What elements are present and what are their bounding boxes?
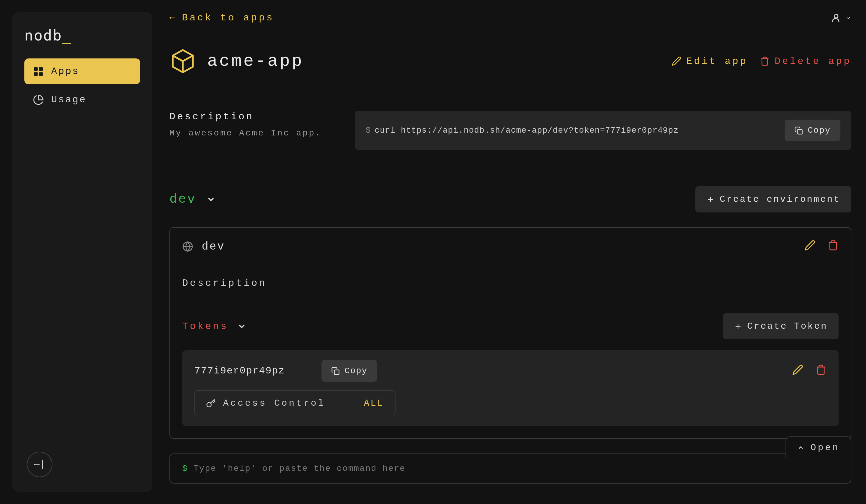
sidebar-item-usage[interactable]: Usage	[24, 87, 140, 113]
back-label: Back to apps	[182, 12, 274, 23]
env-description-label: Description	[182, 277, 839, 289]
edit-app-label: Edit app	[686, 56, 748, 67]
main-content: ← Back to apps acme-app Edit app De	[152, 0, 866, 504]
app-header: acme-app Edit app Delete app	[169, 48, 851, 75]
env-card-header: dev	[182, 240, 839, 253]
svg-rect-12	[334, 370, 339, 374]
svg-rect-3	[39, 72, 43, 76]
user-icon	[831, 12, 842, 23]
tokens-row: Tokens Create Token	[182, 313, 839, 339]
svg-rect-1	[39, 67, 43, 71]
cube-icon	[169, 48, 196, 75]
environment-row: dev Create environment	[169, 186, 851, 213]
delete-token-button[interactable]	[815, 364, 826, 378]
chevron-down-icon	[845, 15, 851, 21]
pencil-icon	[792, 364, 803, 375]
svg-point-4	[834, 14, 838, 18]
token-card: 777i9er0pr49pz Copy	[182, 350, 839, 426]
delete-env-button[interactable]	[828, 240, 839, 253]
description-text: My awesome Acme Inc app.	[169, 128, 340, 138]
user-menu[interactable]	[831, 12, 851, 23]
collapse-icon: ←|	[34, 459, 45, 470]
delete-app-label: Delete app	[775, 56, 851, 67]
environment-card: dev Description Tokens	[169, 227, 851, 439]
svg-rect-5	[797, 129, 802, 134]
curl-box: $curl https://api.nodb.sh/acme-app/dev?t…	[355, 111, 851, 150]
access-control-label: Access Control	[223, 398, 325, 409]
globe-icon	[182, 241, 193, 252]
back-to-apps-link[interactable]: ← Back to apps	[169, 12, 274, 23]
logo-text: nodb	[24, 27, 62, 44]
grid-icon	[33, 66, 44, 77]
trash-icon	[828, 240, 839, 251]
key-icon	[206, 398, 216, 408]
create-token-label: Create Token	[747, 321, 828, 331]
svg-rect-2	[34, 72, 38, 76]
edit-env-button[interactable]	[804, 240, 815, 253]
terminal-input-row: $	[170, 454, 851, 483]
terminal-input[interactable]	[193, 464, 839, 473]
copy-curl-button[interactable]: Copy	[785, 119, 841, 141]
app-actions: Edit app Delete app	[671, 56, 851, 67]
tokens-toggle[interactable]: Tokens	[182, 321, 246, 332]
sidebar-item-apps[interactable]: Apps	[24, 58, 140, 84]
curl-command: $curl https://api.nodb.sh/acme-app/dev?t…	[366, 126, 679, 135]
terminal: Open $	[169, 454, 851, 484]
description-block: Description My awesome Acme Inc app.	[169, 111, 340, 138]
pencil-icon	[804, 240, 815, 251]
copy-icon	[331, 367, 340, 375]
token-left: 777i9er0pr49pz Copy	[195, 360, 377, 382]
copy-token-button[interactable]: Copy	[321, 360, 377, 382]
env-name-text: dev	[202, 240, 225, 253]
env-actions	[804, 240, 839, 253]
tokens-label-text: Tokens	[182, 321, 228, 332]
arrow-left-icon: ←	[169, 12, 177, 23]
create-env-label: Create environment	[720, 194, 841, 205]
plus-icon	[734, 322, 742, 331]
copy-label: Copy	[808, 126, 831, 135]
sidebar-item-label: Usage	[51, 94, 87, 105]
open-label: Open	[811, 443, 840, 453]
copy-token-label: Copy	[345, 366, 367, 376]
prompt-symbol: $	[366, 126, 371, 135]
curl-text: curl https://api.nodb.sh/acme-app/dev?to…	[375, 126, 679, 135]
description-row: Description My awesome Acme Inc app. $cu…	[169, 111, 851, 150]
token-actions	[792, 364, 826, 378]
chevron-down-icon	[237, 321, 246, 331]
topbar: ← Back to apps	[169, 12, 851, 23]
svg-rect-0	[34, 67, 38, 71]
terminal-prompt: $	[182, 464, 187, 473]
chevron-up-icon	[797, 444, 804, 451]
token-value: 777i9er0pr49pz	[195, 365, 285, 377]
access-control-box[interactable]: Access Control ALL	[195, 390, 396, 416]
access-left: Access Control	[206, 398, 325, 409]
trash-icon	[815, 364, 826, 375]
pencil-icon	[671, 56, 681, 66]
collapse-sidebar-button[interactable]: ←|	[27, 452, 53, 477]
edit-token-button[interactable]	[792, 364, 803, 378]
logo: nodb_	[24, 27, 140, 44]
environment-selector[interactable]: dev	[169, 192, 216, 207]
token-row: 777i9er0pr49pz Copy	[195, 360, 826, 382]
create-environment-button[interactable]: Create environment	[695, 186, 851, 213]
open-terminal-button[interactable]: Open	[786, 436, 851, 458]
access-control-value: ALL	[364, 398, 384, 409]
sidebar: nodb_ Apps Usage ←|	[12, 12, 152, 492]
create-token-button[interactable]: Create Token	[723, 313, 839, 339]
app-title: acme-app	[169, 48, 304, 75]
copy-icon	[795, 126, 803, 135]
pie-chart-icon	[33, 94, 44, 105]
sidebar-item-label: Apps	[51, 66, 79, 77]
env-name: dev	[182, 240, 225, 253]
edit-app-button[interactable]: Edit app	[671, 56, 748, 67]
delete-app-button[interactable]: Delete app	[760, 56, 851, 67]
app-name: acme-app	[207, 51, 304, 71]
logo-cursor: _	[62, 27, 71, 44]
description-label: Description	[169, 111, 340, 122]
plus-icon	[706, 195, 715, 204]
env-current: dev	[169, 192, 196, 207]
trash-icon	[760, 56, 770, 66]
chevron-down-icon	[206, 194, 216, 204]
